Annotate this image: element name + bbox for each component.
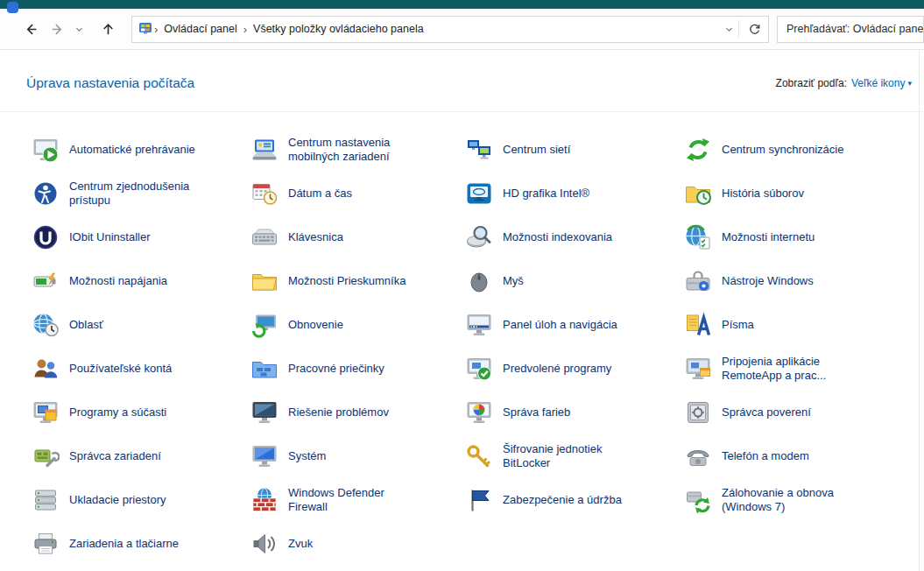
internet-options-icon [684,223,712,251]
autoplay-icon [32,136,60,164]
control-panel-item[interactable]: Centrum sietí [465,128,684,172]
control-panel-item-label: Telefón a modem [722,449,809,463]
breadcrumb-all-items[interactable]: Všetky položky ovládacieho panela [249,23,428,35]
control-panel-item[interactable]: Obnovenie [250,303,465,347]
control-panel-item[interactable]: Možnosti indexovania [465,215,684,259]
control-panel-item[interactable]: Automatické prehrávanie [32,128,250,172]
control-panel-item[interactable]: Možnosti napájania [32,259,250,303]
refresh-icon [748,23,761,36]
control-panel-item[interactable]: Možnosti Prieskumníka [250,259,465,303]
control-panel-item-label: HD grafika Intel® [503,187,589,201]
address-history-chevron[interactable] [724,25,734,34]
breadcrumb-separator-icon: › [152,23,159,36]
control-panel-item[interactable]: Panel úloh a navigácia [465,303,684,347]
color-management-icon [465,398,493,426]
control-panel-item[interactable]: Správca zariadení [32,434,250,478]
control-panel-icon [138,21,152,38]
control-panel-item[interactable]: Zabezpečenie a údržba [465,478,684,522]
keyboard-icon [250,223,279,251]
control-panel-item[interactable]: Ukladacie priestory [32,478,250,522]
remoteapp-connections-icon [684,355,712,383]
control-panel-item[interactable]: Centrum zjednodušenia prístupu [32,172,250,215]
back-button[interactable] [18,16,44,42]
control-panel-item-label: Správa farieb [503,405,570,419]
work-folders-icon [250,355,279,383]
control-panel-item[interactable]: Zariadenia a tlačiarne [32,522,250,566]
window-titlebar [0,0,924,9]
control-panel-item[interactable]: Centrum nastavenia mobilných zariadení [250,128,465,172]
control-panel-item[interactable]: Písma [684,303,922,347]
control-panel-item-label: Automatické prehrávanie [69,143,195,157]
navigation-toolbar: › Ovládací panel › Všetky položky ovláda… [0,9,924,50]
refresh-button[interactable] [744,18,765,39]
control-panel-item[interactable]: HD grafika Intel® [465,172,684,215]
up-button[interactable] [95,16,121,42]
control-panel-item[interactable]: Systém [250,434,465,478]
network-center-icon [465,136,493,164]
control-panel-item[interactable]: Telefón a modem [684,434,922,478]
indexing-options-icon [465,223,493,251]
control-panel-item-label: Písma [722,318,754,332]
view-by-control: Zobraziť podľa: Veľké ikony ▾ [776,77,912,89]
control-panel-item-label: Predvolené programy [503,362,611,376]
control-panel-item-label: Možnosti napájania [69,274,167,288]
control-panel-item-label: IObit Uninstaller [69,230,150,244]
control-panel-item[interactable]: História súborov [684,172,922,215]
caret-down-icon: ▾ [907,80,912,88]
control-panel-item[interactable]: Správca poverení [684,391,922,434]
control-panel-item[interactable]: Možnosti internetu [684,215,922,259]
back-arrow-icon [24,22,39,37]
control-panel-item[interactable]: Programy a súčasti [32,391,250,434]
up-arrow-icon [101,22,116,37]
control-panel-item[interactable]: Oblasť [32,303,250,347]
control-panel-item[interactable]: Centrum synchronizácie [684,128,922,172]
control-panel-item[interactable]: Riešenie problémov [250,391,465,434]
chevron-down-icon [74,25,84,34]
control-panel-item[interactable]: Zvuk [250,522,465,566]
control-panel-item[interactable]: Správa farieb [465,391,684,434]
control-panel-item-label: Možnosti Prieskumníka [288,274,406,288]
breadcrumb-separator-icon: › [242,23,249,36]
programs-features-icon [32,398,60,426]
windows-firewall-icon [250,486,279,514]
search-box[interactable] [777,16,924,43]
region-icon [32,311,60,339]
control-panel-item[interactable]: Dátum a čas [250,172,465,215]
control-panel-item[interactable]: Zálohovanie a obnova (Windows 7) [684,478,922,522]
recent-locations-chevron[interactable] [70,16,88,42]
control-panel-item[interactable]: Predvolené programy [465,347,684,391]
control-panel-item[interactable]: Klávesnica [250,215,465,259]
breadcrumb-control-panel[interactable]: Ovládací panel [159,23,241,35]
page-header: Úprava nastavenia počítača Zobraziť podľ… [0,50,924,91]
control-panel-item-label: Oblasť [69,318,103,332]
control-panel-window: › Ovládací panel › Všetky položky ovláda… [0,0,924,566]
address-bar[interactable]: › Ovládací panel › Všetky položky ovláda… [131,16,769,43]
control-panel-item[interactable]: Windows Defender Firewall [250,478,465,522]
control-panel-item-label: Obnovenie [288,318,343,332]
control-panel-item-label: Používateľské kontá [69,362,172,376]
sound-icon [250,530,279,558]
control-panel-items-grid: Automatické prehrávanieCentrum nastaveni… [0,128,924,566]
view-by-dropdown[interactable]: Veľké ikony ▾ [851,77,912,89]
mobility-center-icon [250,136,279,164]
control-panel-item-label: Programy a súčasti [69,405,166,419]
address-bar-divider [738,20,739,38]
search-input[interactable] [785,22,924,36]
header-divider [0,111,924,112]
control-panel-item[interactable]: Pracovné priečinky [250,347,465,391]
devices-printers-icon [32,530,60,558]
troubleshooting-icon [250,398,279,426]
backup-restore-icon [684,486,712,514]
view-by-value: Veľké ikony [851,77,906,89]
file-history-icon [684,180,712,208]
control-panel-item[interactable]: Nástroje Windows [684,259,922,303]
control-panel-item[interactable]: Pripojenia aplikácie RemoteApp a prac... [684,347,922,391]
forward-button[interactable] [44,16,70,42]
control-panel-item[interactable]: Šifrovanie jednotiek BitLocker [465,434,684,478]
explorer-options-icon [250,267,279,295]
control-panel-item[interactable]: Používateľské kontá [32,347,250,391]
bitlocker-icon [465,442,493,470]
control-panel-item[interactable]: IObit Uninstaller [32,215,250,259]
control-panel-item[interactable]: Myš [465,259,684,303]
power-options-icon [32,267,60,295]
